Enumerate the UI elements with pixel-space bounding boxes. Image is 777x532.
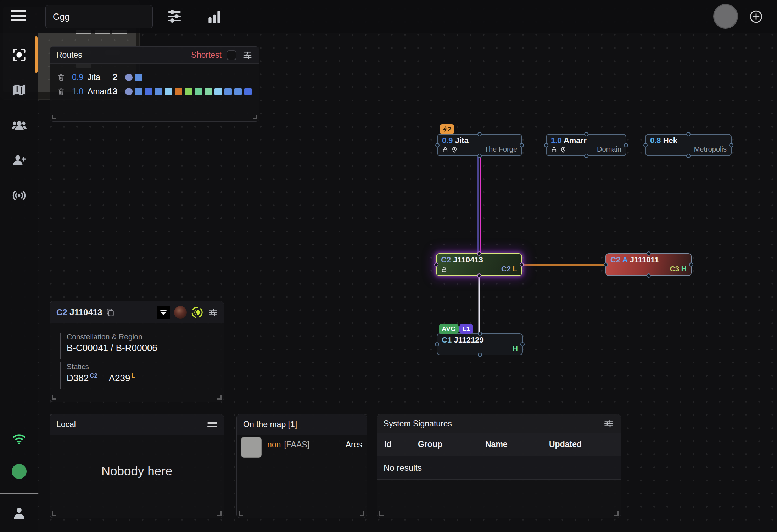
connector-dot[interactable]	[477, 251, 481, 256]
lightning-bolt-icon	[442, 126, 448, 132]
connector-dot[interactable]	[434, 262, 438, 267]
person-add-icon[interactable]	[11, 152, 27, 168]
connector-dot[interactable]	[477, 154, 482, 158]
radar-target-icon[interactable]	[191, 306, 203, 319]
connector-dot[interactable]	[689, 262, 693, 267]
connector-dot[interactable]	[477, 132, 482, 136]
resize-handle[interactable]	[253, 115, 257, 119]
focus-scan-icon[interactable]	[11, 47, 27, 63]
route-chip	[125, 88, 133, 95]
constellation-region-value: B-C00041 / B-R00006	[67, 343, 157, 353]
jita-kills-badge: 2	[440, 124, 454, 134]
resize-handle[interactable]	[239, 511, 243, 516]
pilot-row[interactable]: non [FAAS] Ares	[241, 437, 362, 458]
connector-dot[interactable]	[435, 342, 439, 346]
route-row-amarr[interactable]: 1.0 Amarr 13	[50, 84, 259, 98]
local-menu-icon[interactable]	[207, 420, 217, 429]
resize-handle[interactable]	[360, 511, 364, 516]
map-node-j112129[interactable]: C1 J112129 H	[437, 333, 523, 355]
wifi-icon[interactable]	[11, 431, 27, 447]
column-group[interactable]: Group	[418, 440, 442, 449]
column-name[interactable]: Name	[485, 440, 508, 449]
map-node-amarr[interactable]: 1.0 Amarr Domain	[546, 134, 626, 156]
resize-handle[interactable]	[52, 395, 56, 400]
connector-dot[interactable]	[477, 273, 481, 278]
route-mode-label[interactable]: Shortest	[191, 50, 222, 60]
route-chip	[175, 88, 182, 95]
on-the-map-panel: On the map [1] non [FAAS] Ares	[236, 414, 367, 518]
broadcast-icon[interactable]	[10, 187, 28, 204]
node-region: Domain	[597, 145, 621, 153]
level-badge: L1	[459, 324, 473, 334]
delete-route-icon[interactable]	[57, 73, 66, 81]
signatures-title: System Signatures	[384, 419, 452, 429]
signatures-header-row: Id Group Name Updated	[377, 433, 621, 456]
lock-icon	[441, 266, 447, 273]
user-icon[interactable]	[11, 505, 27, 521]
routes-settings-icon[interactable]	[242, 50, 253, 61]
connector-dot[interactable]	[643, 143, 648, 147]
collapse-icon[interactable]	[157, 306, 170, 319]
map-node-j110413-selected[interactable]: C2 J110413 C2 L	[436, 253, 522, 276]
map-selector[interactable]: Ggg	[45, 5, 153, 28]
static-wormhole: A239L	[109, 373, 135, 383]
connector-dot[interactable]	[604, 262, 608, 267]
location-pin-icon	[560, 146, 566, 153]
status-online-dot	[12, 464, 27, 479]
connector-dot[interactable]	[520, 342, 525, 346]
route-chip	[165, 88, 172, 95]
connector-dot[interactable]	[686, 132, 691, 136]
map-icon[interactable]	[11, 82, 27, 98]
connector-dot[interactable]	[520, 262, 524, 267]
node-static-class: C2	[501, 265, 511, 273]
map-filters-icon[interactable]	[166, 8, 183, 25]
resize-handle[interactable]	[379, 511, 384, 516]
route-destination: Jita	[88, 73, 100, 82]
user-avatar[interactable]	[713, 4, 738, 29]
route-chip	[244, 88, 252, 95]
shortest-checkbox[interactable]	[227, 50, 236, 60]
connector-dot[interactable]	[647, 273, 651, 278]
resize-handle[interactable]	[52, 115, 56, 119]
add-button[interactable]	[749, 10, 763, 23]
connector-dot[interactable]	[478, 332, 482, 336]
pilot-ship: Ares	[346, 440, 362, 449]
connector-dot[interactable]	[520, 143, 524, 147]
map-name: Ggg	[53, 12, 69, 22]
section-label: Statics	[67, 362, 144, 371]
connector-dot[interactable]	[729, 143, 733, 147]
resize-handle[interactable]	[217, 395, 222, 400]
menu-icon[interactable]	[11, 10, 26, 23]
connector-dot[interactable]	[478, 353, 482, 357]
route-chip	[214, 88, 222, 95]
resize-handle[interactable]	[217, 511, 222, 516]
column-id[interactable]: Id	[384, 440, 391, 449]
route-security: 0.9	[68, 73, 83, 82]
resize-handle[interactable]	[52, 511, 56, 516]
connector-dot[interactable]	[624, 143, 628, 147]
signatures-settings-icon[interactable]	[603, 418, 614, 429]
resize-handle[interactable]	[614, 511, 619, 516]
activity-chart-icon[interactable]	[206, 8, 223, 26]
node-region: The Forge	[485, 145, 517, 153]
connector-dot[interactable]	[544, 143, 548, 147]
connector-dot[interactable]	[435, 143, 440, 147]
connector-dot[interactable]	[686, 154, 691, 158]
copy-icon[interactable]	[106, 308, 115, 317]
local-panel: Local Nobody here	[50, 414, 224, 518]
node-region: Metropolis	[694, 145, 727, 153]
map-node-j111011[interactable]: C2 A J111011 C3 H	[605, 253, 692, 276]
connector-dot[interactable]	[647, 251, 651, 256]
connector-dot[interactable]	[584, 154, 588, 158]
map-node-hek[interactable]: 0.8 Hek Metropolis	[645, 134, 732, 156]
map-node-jita[interactable]: 0.9 Jita The Forge	[437, 134, 522, 156]
column-updated[interactable]: Updated	[549, 440, 582, 449]
people-icon[interactable]	[11, 117, 28, 134]
delete-route-icon[interactable]	[57, 87, 66, 96]
connector-dot[interactable]	[584, 132, 588, 136]
character-portrait[interactable]	[174, 306, 187, 319]
route-chip	[135, 74, 142, 81]
system-settings-icon[interactable]	[207, 307, 219, 318]
route-row-jita[interactable]: 0.9 Jita 2	[50, 70, 259, 84]
route-system-chips	[125, 74, 142, 81]
